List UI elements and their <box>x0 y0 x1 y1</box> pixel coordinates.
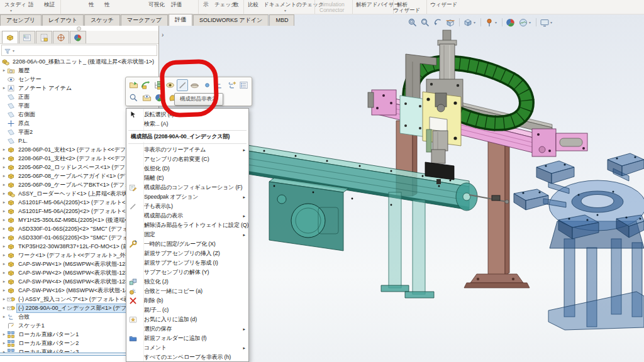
panel-tab[interactable] <box>2 31 18 43</box>
open-part-icon[interactable] <box>128 79 139 91</box>
context-menu-item[interactable]: アセンブリの名前変更 (C) ▸ <box>126 155 248 164</box>
ribbon-command-label[interactable]: ▾ <box>10 8 12 13</box>
expand-arrow-icon[interactable]: ▸ <box>1 261 7 266</box>
featuremanager-flyout-arrow[interactable]: › <box>162 31 164 38</box>
expand-arrow-icon[interactable]: ▸ <box>1 156 7 161</box>
tree-filter-bar[interactable]: ▾ <box>1 45 157 56</box>
part-icon <box>7 163 15 172</box>
command-tab[interactable]: 評価 <box>169 14 192 26</box>
expand-arrow-icon[interactable]: ▸ <box>1 182 7 187</box>
expand-arrow-icon[interactable]: ▸ <box>1 253 7 258</box>
dropdown-caret: ▾ <box>550 20 552 25</box>
ribbon-command-label[interactable]: 評価 <box>171 1 182 9</box>
context-menu-item[interactable]: 構成部品の表示 ▸ <box>126 211 248 221</box>
expand-arrow-icon[interactable]: ▸ <box>1 217 7 222</box>
command-tab[interactable]: レイアウト <box>42 14 84 26</box>
ribbon-command-label <box>426 0 427 14</box>
part-icon <box>7 155 15 163</box>
ribbon-command-label[interactable]: 数 <box>233 1 239 9</box>
expand-arrow-icon[interactable]: ▸ <box>1 314 7 319</box>
panel-tab[interactable] <box>19 31 35 43</box>
context-menu-item[interactable]: 新規サブアセンブリを形成 (I) ▸ <box>126 258 248 268</box>
ribbon-command-label[interactable]: 可視化 <box>148 1 165 9</box>
expand-arrow-icon[interactable]: ▸ <box>1 147 7 152</box>
context-menu-item[interactable]: 新規フォルダーに追加 (f) ▸ <box>126 334 248 343</box>
command-tab[interactable]: スケッチ <box>84 14 120 26</box>
context-menu-item[interactable]: 検索... (A) ▸ <box>126 119 248 129</box>
context-menu-item[interactable]: サブアセンブリの解体 (Y) ▸ <box>126 268 248 277</box>
panel-tab[interactable] <box>36 31 52 43</box>
context-menu-item[interactable]: 独立化 (J) ▸ <box>126 277 248 287</box>
expand-arrow-icon[interactable]: ▸ <box>1 288 7 293</box>
component-properties-icon[interactable] <box>238 79 250 91</box>
ribbon-command-label[interactable]: スタディ <box>4 1 26 9</box>
expand-arrow-icon[interactable]: ▸ <box>1 332 7 337</box>
context-menu-item[interactable]: 解除済み部品をライトウェイトに設定 (Q) ▸ <box>126 221 248 230</box>
dropdown-caret: ▾ <box>529 20 531 25</box>
expand-arrow-icon[interactable]: ▸ <box>1 165 7 170</box>
context-menu-item[interactable]: 非表示のツリーアイテム ▸ <box>126 145 248 155</box>
tree-item[interactable]: ▸ 履歴 <box>0 66 158 75</box>
expand-arrow-icon[interactable]: ▸ <box>1 279 7 284</box>
context-menu-item[interactable]: 選択の保存 ▸ <box>126 324 248 334</box>
context-menu-item[interactable]: 構成部品のコンフィギュレーション (F) ▸ <box>126 183 248 192</box>
context-menu-item[interactable]: 一時的に固定/グループ化 (X) ▸ <box>126 239 248 249</box>
expand-arrow-icon[interactable]: ▸ <box>1 200 7 205</box>
context-menu-item[interactable]: コメント ▸ <box>126 343 248 353</box>
expand-arrow-icon[interactable]: ▸ <box>1 297 7 302</box>
expand-arrow-icon[interactable]: ▸ <box>1 235 7 240</box>
ribbon-command-label[interactable]: ウィザード <box>430 1 457 9</box>
command-tab[interactable]: MBD <box>269 14 294 26</box>
context-menu-item[interactable]: 新規サブアセンブリの挿入 (Z) ▸ <box>126 249 248 258</box>
context-menu-item[interactable]: 隔離 (E) ▸ <box>126 173 248 183</box>
context-menu-item[interactable]: お気に入りに追加 (d) ▸ <box>126 315 248 324</box>
view-orientation-icon <box>463 18 473 28</box>
expand-arrow-icon[interactable]: ▸ <box>1 244 7 249</box>
expand-arrow-icon[interactable]: ▸ <box>1 341 7 346</box>
expand-arrow-icon[interactable]: ▸ <box>1 68 7 73</box>
ribbon-command-label[interactable]: Connector <box>319 7 344 13</box>
ribbon-command-label[interactable]: 示 <box>203 1 209 9</box>
expand-arrow-icon[interactable]: ▸ <box>1 305 7 310</box>
ribbon-command-label[interactable]: 性 <box>104 1 110 9</box>
expand-arrow-icon[interactable]: ▸ <box>1 226 7 231</box>
command-tab[interactable]: SOLIDWORKS アドイン <box>193 14 269 26</box>
ribbon-command-label[interactable]: 性 <box>89 1 94 9</box>
expand-arrow-icon[interactable]: ▸ <box>1 85 7 90</box>
expand-arrow-icon[interactable]: ▸ <box>1 173 7 178</box>
menu-item-label: 固定 <box>144 231 155 239</box>
panel-tab[interactable] <box>53 31 69 43</box>
panel-tab[interactable] <box>70 31 86 43</box>
part-icon <box>7 287 15 295</box>
ribbon-command-label[interactable]: 語 <box>28 1 34 9</box>
ribbon-command-label[interactable]: 検証 <box>44 1 55 9</box>
context-menu-item[interactable]: 固定 ▸ <box>126 230 248 239</box>
plane-icon <box>7 102 15 110</box>
command-tab[interactable]: アセンブリ <box>0 14 42 26</box>
expand-arrow-icon[interactable]: ▸ <box>1 191 7 196</box>
preview-icon[interactable] <box>141 92 153 104</box>
command-tab[interactable]: マークアップ <box>121 14 168 26</box>
context-menu-item[interactable]: すべてのエンベロープを非表示 (h) ▸ <box>126 353 248 362</box>
ribbon-command-label[interactable]: ▾ <box>284 8 286 13</box>
context-menu-item[interactable]: 削除 (b) ▸ <box>126 296 248 305</box>
tree-root-item[interactable]: 2208-06A-00_移動ユニット_ (後退端上昇<表示状態-1>) <box>0 57 158 66</box>
context-menu-item[interactable]: 親/子... (c) ▸ <box>126 305 248 315</box>
edit-assembly-icon[interactable] <box>140 79 152 91</box>
expand-arrow-icon[interactable]: ▸ <box>1 209 7 214</box>
zoom-icon[interactable] <box>128 92 140 104</box>
context-menu-item[interactable]: 合致と一緒にコピー (a) ▸ <box>126 287 248 296</box>
previous-view-icon <box>433 18 443 28</box>
context-menu: 反転選択 (k) ▸ 検索... (A) ▸ ▸ 構成部品 (2208-90A-… <box>126 108 249 362</box>
context-menu-item[interactable]: 仮想化 (D) ▸ <box>126 164 248 173</box>
context-menu-item: 構成部品 (2208-90A-00_インデックス部) ▸ <box>126 132 248 142</box>
tree-item-label: ローカル直線パターン1 <box>17 331 80 339</box>
ribbon-command-label[interactable]: ウィザード <box>393 7 420 14</box>
context-menu-item[interactable]: 子も表示(L) ▸ <box>126 202 248 211</box>
expand-arrow-icon[interactable]: ▸ <box>1 270 7 275</box>
ribbon-command-label[interactable]: 比較 <box>248 1 258 9</box>
panel-grip[interactable] <box>0 26 158 31</box>
mate-edit-icon[interactable] <box>226 79 237 91</box>
pattern-icon <box>7 331 15 339</box>
context-menu-item[interactable]: Speedpak オプション ▸ <box>126 192 248 202</box>
